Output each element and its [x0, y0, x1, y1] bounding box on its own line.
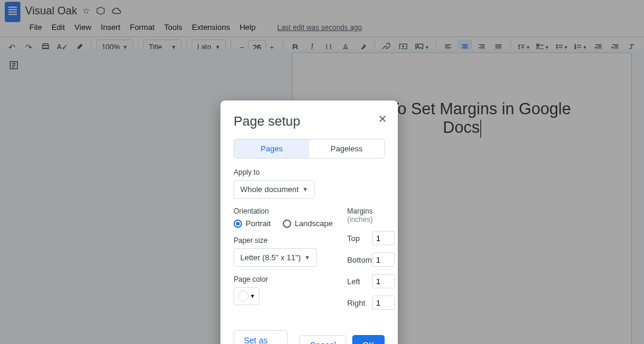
- chevron-down-icon: ▼: [303, 186, 309, 193]
- close-icon[interactable]: ✕: [378, 112, 387, 126]
- landscape-label: Landscape: [295, 219, 333, 228]
- dialog-tabs: Pages Pageless: [234, 139, 385, 159]
- color-swatch-icon: [238, 291, 249, 302]
- apply-to-label: Apply to: [234, 168, 385, 176]
- tab-pageless[interactable]: Pageless: [309, 139, 384, 158]
- radio-icon: [234, 220, 242, 228]
- tab-pages[interactable]: Pages: [234, 139, 309, 158]
- page-setup-dialog: Page setup ✕ Pages Pageless Apply to Who…: [220, 101, 398, 344]
- radio-icon: [283, 220, 291, 228]
- radio-landscape[interactable]: Landscape: [283, 219, 333, 228]
- margin-right-label: Right: [347, 299, 365, 308]
- paper-size-label: Paper size: [234, 236, 333, 245]
- portrait-label: Portrait: [246, 219, 271, 228]
- paper-size-value: Letter (8.5" x 11"): [240, 253, 301, 262]
- chevron-down-icon: ▼: [250, 293, 255, 299]
- margin-bottom-label: Bottom: [347, 255, 372, 264]
- orientation-label: Orientation: [234, 207, 333, 215]
- margin-top-input[interactable]: [372, 231, 395, 245]
- paper-size-select[interactable]: Letter (8.5" x 11") ▼: [234, 248, 317, 267]
- apply-to-value: Whole document: [240, 185, 299, 194]
- page-color-select[interactable]: ▼: [234, 287, 259, 305]
- apply-to-select[interactable]: Whole document ▼: [234, 180, 315, 199]
- margin-right-input[interactable]: [372, 296, 395, 310]
- dialog-title: Page setup: [234, 114, 385, 129]
- ok-button[interactable]: OK: [352, 335, 385, 344]
- cancel-button[interactable]: Cancel: [300, 335, 346, 344]
- page-color-label: Page color: [234, 275, 333, 284]
- margin-left-label: Left: [347, 277, 361, 286]
- margin-bottom-input[interactable]: [372, 252, 395, 267]
- margin-top-label: Top: [347, 234, 360, 243]
- chevron-down-icon: ▼: [304, 254, 310, 261]
- margins-label: Margins (inches): [347, 207, 395, 224]
- margin-left-input[interactable]: [372, 274, 395, 288]
- set-default-button[interactable]: Set as default: [234, 330, 288, 344]
- radio-portrait[interactable]: Portrait: [234, 219, 271, 228]
